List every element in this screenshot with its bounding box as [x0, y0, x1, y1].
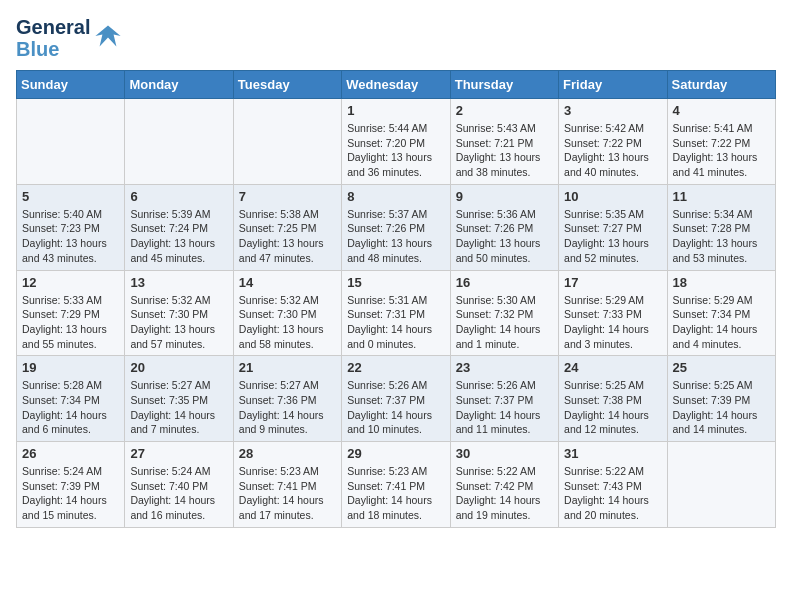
day-content: Sunrise: 5:42 AM Sunset: 7:22 PM Dayligh…	[564, 121, 661, 180]
day-content: Sunrise: 5:43 AM Sunset: 7:21 PM Dayligh…	[456, 121, 553, 180]
day-number: 18	[673, 275, 770, 290]
day-content: Sunrise: 5:24 AM Sunset: 7:40 PM Dayligh…	[130, 464, 227, 523]
calendar-cell	[125, 99, 233, 185]
calendar-week-3: 12Sunrise: 5:33 AM Sunset: 7:29 PM Dayli…	[17, 270, 776, 356]
day-content: Sunrise: 5:26 AM Sunset: 7:37 PM Dayligh…	[347, 378, 444, 437]
logo: General Blue	[16, 16, 122, 60]
page-header: General Blue	[16, 16, 776, 60]
day-number: 15	[347, 275, 444, 290]
day-number: 27	[130, 446, 227, 461]
day-number: 13	[130, 275, 227, 290]
calendar-cell: 8Sunrise: 5:37 AM Sunset: 7:26 PM Daylig…	[342, 184, 450, 270]
day-content: Sunrise: 5:23 AM Sunset: 7:41 PM Dayligh…	[239, 464, 336, 523]
day-content: Sunrise: 5:40 AM Sunset: 7:23 PM Dayligh…	[22, 207, 119, 266]
day-content: Sunrise: 5:29 AM Sunset: 7:33 PM Dayligh…	[564, 293, 661, 352]
day-content: Sunrise: 5:30 AM Sunset: 7:32 PM Dayligh…	[456, 293, 553, 352]
day-header-friday: Friday	[559, 71, 667, 99]
day-header-thursday: Thursday	[450, 71, 558, 99]
day-number: 14	[239, 275, 336, 290]
day-content: Sunrise: 5:28 AM Sunset: 7:34 PM Dayligh…	[22, 378, 119, 437]
day-content: Sunrise: 5:25 AM Sunset: 7:38 PM Dayligh…	[564, 378, 661, 437]
day-content: Sunrise: 5:39 AM Sunset: 7:24 PM Dayligh…	[130, 207, 227, 266]
day-content: Sunrise: 5:32 AM Sunset: 7:30 PM Dayligh…	[239, 293, 336, 352]
calendar-week-1: 1Sunrise: 5:44 AM Sunset: 7:20 PM Daylig…	[17, 99, 776, 185]
day-content: Sunrise: 5:23 AM Sunset: 7:41 PM Dayligh…	[347, 464, 444, 523]
day-number: 31	[564, 446, 661, 461]
day-header-wednesday: Wednesday	[342, 71, 450, 99]
day-content: Sunrise: 5:41 AM Sunset: 7:22 PM Dayligh…	[673, 121, 770, 180]
calendar-cell: 28Sunrise: 5:23 AM Sunset: 7:41 PM Dayli…	[233, 442, 341, 528]
day-number: 2	[456, 103, 553, 118]
calendar-week-4: 19Sunrise: 5:28 AM Sunset: 7:34 PM Dayli…	[17, 356, 776, 442]
day-content: Sunrise: 5:31 AM Sunset: 7:31 PM Dayligh…	[347, 293, 444, 352]
calendar-cell: 10Sunrise: 5:35 AM Sunset: 7:27 PM Dayli…	[559, 184, 667, 270]
calendar-cell: 11Sunrise: 5:34 AM Sunset: 7:28 PM Dayli…	[667, 184, 775, 270]
calendar-cell: 15Sunrise: 5:31 AM Sunset: 7:31 PM Dayli…	[342, 270, 450, 356]
day-content: Sunrise: 5:27 AM Sunset: 7:35 PM Dayligh…	[130, 378, 227, 437]
day-number: 7	[239, 189, 336, 204]
day-content: Sunrise: 5:22 AM Sunset: 7:42 PM Dayligh…	[456, 464, 553, 523]
day-number: 20	[130, 360, 227, 375]
day-number: 16	[456, 275, 553, 290]
day-number: 10	[564, 189, 661, 204]
calendar-body: 1Sunrise: 5:44 AM Sunset: 7:20 PM Daylig…	[17, 99, 776, 528]
day-number: 22	[347, 360, 444, 375]
calendar-cell: 22Sunrise: 5:26 AM Sunset: 7:37 PM Dayli…	[342, 356, 450, 442]
day-content: Sunrise: 5:25 AM Sunset: 7:39 PM Dayligh…	[673, 378, 770, 437]
day-content: Sunrise: 5:27 AM Sunset: 7:36 PM Dayligh…	[239, 378, 336, 437]
calendar-header-row: SundayMondayTuesdayWednesdayThursdayFrid…	[17, 71, 776, 99]
calendar-cell	[233, 99, 341, 185]
day-header-monday: Monday	[125, 71, 233, 99]
calendar-cell: 13Sunrise: 5:32 AM Sunset: 7:30 PM Dayli…	[125, 270, 233, 356]
calendar-cell: 1Sunrise: 5:44 AM Sunset: 7:20 PM Daylig…	[342, 99, 450, 185]
day-content: Sunrise: 5:37 AM Sunset: 7:26 PM Dayligh…	[347, 207, 444, 266]
calendar-cell: 9Sunrise: 5:36 AM Sunset: 7:26 PM Daylig…	[450, 184, 558, 270]
day-number: 29	[347, 446, 444, 461]
day-number: 1	[347, 103, 444, 118]
day-header-sunday: Sunday	[17, 71, 125, 99]
logo-line1: General	[16, 16, 90, 38]
day-number: 19	[22, 360, 119, 375]
calendar-cell: 5Sunrise: 5:40 AM Sunset: 7:23 PM Daylig…	[17, 184, 125, 270]
day-number: 12	[22, 275, 119, 290]
calendar-cell: 7Sunrise: 5:38 AM Sunset: 7:25 PM Daylig…	[233, 184, 341, 270]
calendar-cell: 23Sunrise: 5:26 AM Sunset: 7:37 PM Dayli…	[450, 356, 558, 442]
calendar-cell	[667, 442, 775, 528]
calendar-cell	[17, 99, 125, 185]
day-number: 11	[673, 189, 770, 204]
calendar-cell: 26Sunrise: 5:24 AM Sunset: 7:39 PM Dayli…	[17, 442, 125, 528]
day-number: 17	[564, 275, 661, 290]
calendar-cell: 12Sunrise: 5:33 AM Sunset: 7:29 PM Dayli…	[17, 270, 125, 356]
day-number: 3	[564, 103, 661, 118]
day-content: Sunrise: 5:38 AM Sunset: 7:25 PM Dayligh…	[239, 207, 336, 266]
logo-bird-icon	[94, 22, 122, 54]
calendar-cell: 6Sunrise: 5:39 AM Sunset: 7:24 PM Daylig…	[125, 184, 233, 270]
calendar-cell: 20Sunrise: 5:27 AM Sunset: 7:35 PM Dayli…	[125, 356, 233, 442]
calendar-cell: 2Sunrise: 5:43 AM Sunset: 7:21 PM Daylig…	[450, 99, 558, 185]
calendar-cell: 25Sunrise: 5:25 AM Sunset: 7:39 PM Dayli…	[667, 356, 775, 442]
calendar-cell: 17Sunrise: 5:29 AM Sunset: 7:33 PM Dayli…	[559, 270, 667, 356]
calendar-cell: 19Sunrise: 5:28 AM Sunset: 7:34 PM Dayli…	[17, 356, 125, 442]
calendar-cell: 16Sunrise: 5:30 AM Sunset: 7:32 PM Dayli…	[450, 270, 558, 356]
day-content: Sunrise: 5:24 AM Sunset: 7:39 PM Dayligh…	[22, 464, 119, 523]
day-number: 23	[456, 360, 553, 375]
calendar-cell: 14Sunrise: 5:32 AM Sunset: 7:30 PM Dayli…	[233, 270, 341, 356]
calendar-cell: 27Sunrise: 5:24 AM Sunset: 7:40 PM Dayli…	[125, 442, 233, 528]
day-number: 5	[22, 189, 119, 204]
day-header-tuesday: Tuesday	[233, 71, 341, 99]
day-number: 26	[22, 446, 119, 461]
calendar-cell: 24Sunrise: 5:25 AM Sunset: 7:38 PM Dayli…	[559, 356, 667, 442]
calendar-cell: 31Sunrise: 5:22 AM Sunset: 7:43 PM Dayli…	[559, 442, 667, 528]
day-content: Sunrise: 5:33 AM Sunset: 7:29 PM Dayligh…	[22, 293, 119, 352]
day-number: 6	[130, 189, 227, 204]
calendar-week-2: 5Sunrise: 5:40 AM Sunset: 7:23 PM Daylig…	[17, 184, 776, 270]
calendar-week-5: 26Sunrise: 5:24 AM Sunset: 7:39 PM Dayli…	[17, 442, 776, 528]
day-content: Sunrise: 5:44 AM Sunset: 7:20 PM Dayligh…	[347, 121, 444, 180]
day-number: 4	[673, 103, 770, 118]
calendar-table: SundayMondayTuesdayWednesdayThursdayFrid…	[16, 70, 776, 528]
calendar-cell: 29Sunrise: 5:23 AM Sunset: 7:41 PM Dayli…	[342, 442, 450, 528]
day-content: Sunrise: 5:35 AM Sunset: 7:27 PM Dayligh…	[564, 207, 661, 266]
calendar-cell: 3Sunrise: 5:42 AM Sunset: 7:22 PM Daylig…	[559, 99, 667, 185]
day-number: 30	[456, 446, 553, 461]
day-number: 8	[347, 189, 444, 204]
